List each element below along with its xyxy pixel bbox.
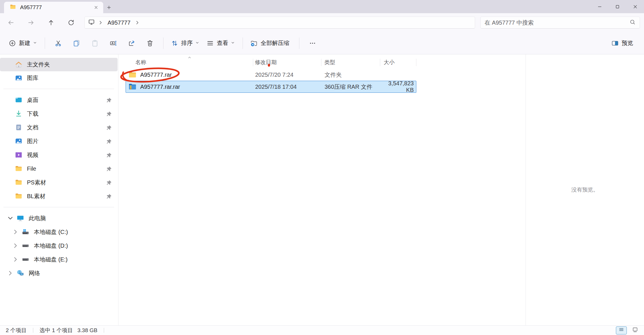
file-type: 360压缩 RAR 文件 (322, 83, 380, 91)
breadcrumb-segment[interactable]: A957777 (106, 19, 132, 26)
sidebar: 主文件夹图库 桌面下载文档图片视频FilePS素材BL素材 此电脑本地磁盘 (C… (0, 54, 118, 325)
search-input[interactable] (485, 19, 629, 26)
forward-button[interactable] (24, 16, 38, 29)
sidebar-item-主文件夹[interactable]: 主文件夹 (0, 58, 118, 71)
toolbar-divider (243, 38, 243, 49)
sidebar-item-视频[interactable]: 视频 (0, 148, 118, 162)
statusbar-divider (33, 328, 33, 333)
refresh-button[interactable] (64, 16, 78, 29)
back-button[interactable] (4, 16, 18, 29)
pictures-icon (15, 137, 23, 145)
desktop-icon (15, 96, 23, 104)
column-header-大小[interactable]: 大小 (380, 56, 416, 69)
selection-size: 3.38 GB (77, 327, 97, 334)
thumbnail-view-button[interactable] (630, 326, 641, 334)
share-button[interactable] (122, 36, 141, 51)
delete-icon (146, 40, 154, 47)
new-button[interactable]: 新建 (5, 36, 41, 51)
folder-icon (10, 4, 16, 11)
sort-button[interactable]: 排序 (167, 36, 203, 51)
file-date: 2025/7/20 7:24 (253, 72, 322, 78)
sidebar-tree-section: 此电脑本地磁盘 (C:)本地磁盘 (D:)本地磁盘 (E:)网络 (0, 211, 118, 280)
minimize-button[interactable] (591, 0, 608, 13)
close-button[interactable] (626, 0, 644, 13)
tree-item-label: 本地磁盘 (D:) (34, 242, 68, 250)
preview-pane: 没有预览。 (526, 54, 644, 325)
chevron-right-icon (134, 20, 140, 25)
file-name-cell: A957777.rar (126, 70, 253, 79)
tree-item-本地磁盘 (E:)[interactable]: 本地磁盘 (E:) (0, 253, 118, 266)
disk-icon (22, 256, 30, 263)
rename-button[interactable] (104, 36, 122, 51)
chevron-right-icon (98, 20, 104, 25)
sidebar-divider (3, 207, 114, 207)
details-view-button[interactable] (616, 326, 627, 334)
toolbar-divider (163, 38, 163, 49)
item-count: 2 个项目 (6, 327, 27, 334)
chevron-right-icon[interactable] (6, 269, 14, 277)
sidebar-item-桌面[interactable]: 桌面 (0, 93, 118, 107)
new-button-label: 新建 (19, 39, 30, 47)
file-list-area: 名称修改日期类型大小 A957777.rar2025/7/20 7:24文件夹A… (118, 54, 526, 325)
delete-button[interactable] (141, 36, 159, 51)
new-plus-icon (9, 40, 16, 47)
tree-item-本地磁盘 (C:)[interactable]: 本地磁盘 (C:) (0, 225, 118, 239)
table-row[interactable]: A957777.rar2025/7/20 7:24文件夹 (126, 69, 416, 81)
sidebar-item-PS素材[interactable]: PS素材 (0, 176, 118, 189)
file-name-cell: A957777.rar.rar (126, 82, 253, 91)
tree-item-网络[interactable]: 网络 (0, 266, 118, 280)
rar-icon (128, 82, 137, 91)
sort-icon (171, 40, 178, 47)
sidebar-item-label: BL素材 (27, 192, 45, 200)
pin-icon (105, 138, 113, 145)
this-pc-icon (88, 19, 95, 27)
more-options-button[interactable] (303, 36, 322, 51)
sort-ascending-icon (126, 55, 253, 60)
new-tab-button[interactable] (103, 2, 115, 13)
column-header-修改日期[interactable]: 修改日期 (253, 56, 321, 69)
tree-item-label: 网络 (29, 269, 40, 277)
tree-item-label: 本地磁盘 (C:) (34, 228, 68, 236)
main-area: 主文件夹图库 桌面下载文档图片视频FilePS素材BL素材 此电脑本地磁盘 (C… (0, 54, 644, 325)
chevron-down-icon[interactable] (6, 214, 14, 222)
view-list-icon (206, 40, 214, 47)
toolbar-divider (299, 38, 299, 49)
column-header-名称[interactable]: 名称 (126, 56, 253, 69)
up-button[interactable] (44, 16, 58, 29)
column-header-类型[interactable]: 类型 (321, 56, 380, 69)
chevron-right-icon[interactable] (11, 256, 19, 263)
status-bar: 2 个项目 选中 1 个项目 3.38 GB (0, 325, 644, 335)
preview-toggle-button[interactable]: 预览 (608, 36, 639, 51)
sidebar-item-文档[interactable]: 文档 (0, 121, 118, 134)
tree-item-此电脑[interactable]: 此电脑 (0, 211, 118, 225)
sidebar-item-label: 下载 (27, 110, 38, 118)
sidebar-item-图库[interactable]: 图库 (0, 71, 118, 85)
paste-button[interactable] (86, 36, 104, 51)
preview-button-label: 预览 (622, 39, 633, 47)
table-row[interactable]: A957777.rar.rar2025/7/18 17:04360压缩 RAR … (126, 81, 416, 93)
extract-all-button[interactable]: 全部解压缩 (247, 36, 295, 51)
more-dots-icon (309, 40, 316, 47)
address-bar[interactable]: A957777 (84, 17, 475, 29)
sidebar-item-BL素材[interactable]: BL素材 (0, 189, 118, 203)
pin-icon (105, 165, 113, 173)
tab-bar: A957777 (0, 0, 644, 13)
tree-item-本地磁盘 (D:)[interactable]: 本地磁盘 (D:) (0, 239, 118, 253)
view-button[interactable]: 查看 (203, 36, 239, 51)
copy-button[interactable] (67, 36, 86, 51)
chevron-right-icon[interactable] (11, 228, 19, 236)
sidebar-item-图片[interactable]: 图片 (0, 134, 118, 148)
cut-icon (54, 40, 62, 47)
maximize-button[interactable] (608, 0, 626, 13)
sidebar-item-File[interactable]: File (0, 162, 118, 176)
tree-item-label: 此电脑 (29, 214, 46, 222)
file-explorer-window: A957777 A957777 新建 (0, 0, 644, 335)
file-type: 文件夹 (322, 71, 380, 79)
tab-a957777[interactable]: A957777 (4, 2, 103, 13)
chevron-right-icon[interactable] (11, 242, 19, 249)
cut-button[interactable] (49, 36, 67, 51)
sidebar-item-下载[interactable]: 下载 (0, 107, 118, 121)
tab-title: A957777 (20, 4, 92, 11)
close-tab-icon[interactable] (92, 3, 100, 12)
folder-icon (15, 192, 23, 200)
